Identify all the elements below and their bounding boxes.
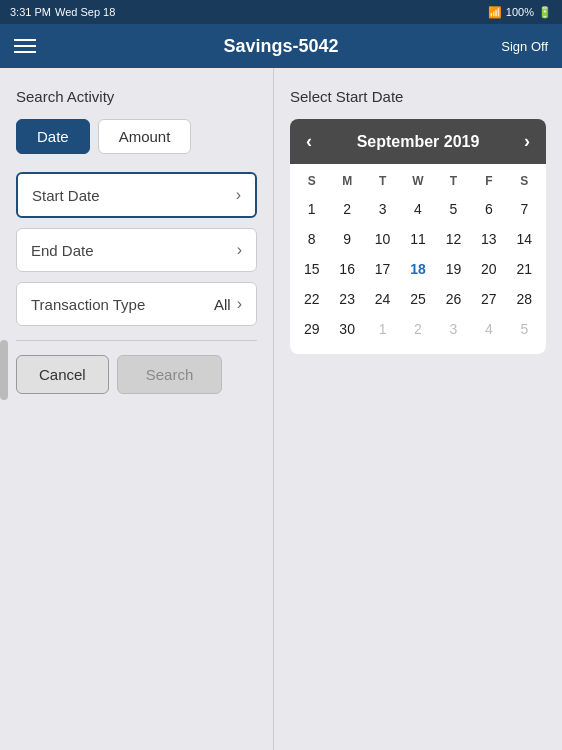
calendar-day[interactable]: 25	[400, 284, 435, 314]
calendar-month-year: September 2019	[357, 133, 480, 151]
left-panel-title: Search Activity	[16, 88, 257, 105]
status-date: Wed Sep 18	[55, 6, 115, 18]
start-date-field[interactable]: Start Date ›	[16, 172, 257, 218]
toggle-date-button[interactable]: Date	[16, 119, 90, 154]
calendar-day[interactable]: 3	[365, 194, 400, 224]
calendar-day[interactable]: 26	[436, 284, 471, 314]
calendar-day[interactable]: 21	[507, 254, 542, 284]
toggle-group: Date Amount	[16, 119, 257, 154]
action-buttons: Cancel Search	[16, 355, 257, 394]
calendar-day[interactable]: 6	[471, 194, 506, 224]
calendar-header: ‹ September 2019 ›	[290, 119, 546, 164]
calendar-day[interactable]: 14	[507, 224, 542, 254]
left-panel: Search Activity Date Amount Start Date ›…	[0, 68, 274, 750]
calendar-day: 5	[507, 314, 542, 344]
calendar-day: 3	[436, 314, 471, 344]
calendar-day[interactable]: 22	[294, 284, 329, 314]
search-button[interactable]: Search	[117, 355, 223, 394]
start-date-label: Start Date	[32, 187, 100, 204]
app-header: Savings-5042 Sign Off	[0, 24, 562, 68]
battery-icon: 🔋	[538, 6, 552, 19]
calendar-dow-row: S M T W T F S	[290, 164, 546, 194]
battery-level: 100%	[506, 6, 534, 18]
menu-icon[interactable]	[14, 39, 36, 53]
main-layout: Search Activity Date Amount Start Date ›…	[0, 68, 562, 750]
dow-fri: F	[471, 170, 506, 192]
calendar-day[interactable]: 9	[329, 224, 364, 254]
calendar-day[interactable]: 19	[436, 254, 471, 284]
dow-sun: S	[294, 170, 329, 192]
header-title: Savings-5042	[223, 36, 338, 57]
calendar-day[interactable]: 11	[400, 224, 435, 254]
calendar-day[interactable]: 15	[294, 254, 329, 284]
dow-mon: M	[329, 170, 364, 192]
calendar-day[interactable]: 16	[329, 254, 364, 284]
calendar-day: 1	[365, 314, 400, 344]
calendar-day[interactable]: 30	[329, 314, 364, 344]
status-bar-left: 3:31 PM Wed Sep 18	[10, 6, 115, 18]
right-panel: Select Start Date ‹ September 2019 › S M…	[274, 68, 562, 750]
end-date-label: End Date	[31, 242, 94, 259]
cancel-button[interactable]: Cancel	[16, 355, 109, 394]
calendar-day[interactable]: 29	[294, 314, 329, 344]
toggle-amount-button[interactable]: Amount	[98, 119, 192, 154]
dow-wed: W	[400, 170, 435, 192]
calendar-day[interactable]: 28	[507, 284, 542, 314]
dow-thu: T	[436, 170, 471, 192]
calendar-day[interactable]: 17	[365, 254, 400, 284]
status-time: 3:31 PM	[10, 6, 51, 18]
calendar-day[interactable]: 5	[436, 194, 471, 224]
calendar-day: 2	[400, 314, 435, 344]
calendar-day[interactable]: 10	[365, 224, 400, 254]
calendar-day[interactable]: 8	[294, 224, 329, 254]
calendar-day[interactable]: 20	[471, 254, 506, 284]
transaction-type-chevron-icon: ›	[237, 295, 242, 313]
calendar-day[interactable]: 7	[507, 194, 542, 224]
calendar-days-grid: 1234567891011121314151617181920212223242…	[290, 194, 546, 344]
transaction-type-label: Transaction Type	[31, 296, 145, 313]
end-date-chevron-icon: ›	[237, 241, 242, 259]
calendar-prev-button[interactable]: ‹	[306, 131, 312, 152]
status-bar: 3:31 PM Wed Sep 18 📶 100% 🔋	[0, 0, 562, 24]
calendar-day: 4	[471, 314, 506, 344]
calendar-day[interactable]: 4	[400, 194, 435, 224]
transaction-type-field[interactable]: Transaction Type All ›	[16, 282, 257, 326]
scroll-handle[interactable]	[0, 340, 8, 400]
sign-off-button[interactable]: Sign Off	[501, 39, 548, 54]
calendar-day[interactable]: 24	[365, 284, 400, 314]
calendar-day[interactable]: 1	[294, 194, 329, 224]
status-bar-right: 📶 100% 🔋	[488, 6, 552, 19]
transaction-type-value-group: All ›	[214, 295, 242, 313]
calendar-section-title: Select Start Date	[290, 88, 546, 105]
transaction-type-value: All	[214, 296, 231, 313]
calendar-day[interactable]: 13	[471, 224, 506, 254]
calendar-day[interactable]: 27	[471, 284, 506, 314]
dow-tue: T	[365, 170, 400, 192]
divider	[16, 340, 257, 341]
calendar-next-button[interactable]: ›	[524, 131, 530, 152]
calendar-day[interactable]: 23	[329, 284, 364, 314]
calendar-container: ‹ September 2019 › S M T W T F S 1234567…	[290, 119, 546, 354]
start-date-chevron-icon: ›	[236, 186, 241, 204]
calendar-day[interactable]: 12	[436, 224, 471, 254]
dow-sat: S	[507, 170, 542, 192]
calendar-day[interactable]: 18	[400, 254, 435, 284]
wifi-icon: 📶	[488, 6, 502, 19]
end-date-field[interactable]: End Date ›	[16, 228, 257, 272]
calendar-day[interactable]: 2	[329, 194, 364, 224]
